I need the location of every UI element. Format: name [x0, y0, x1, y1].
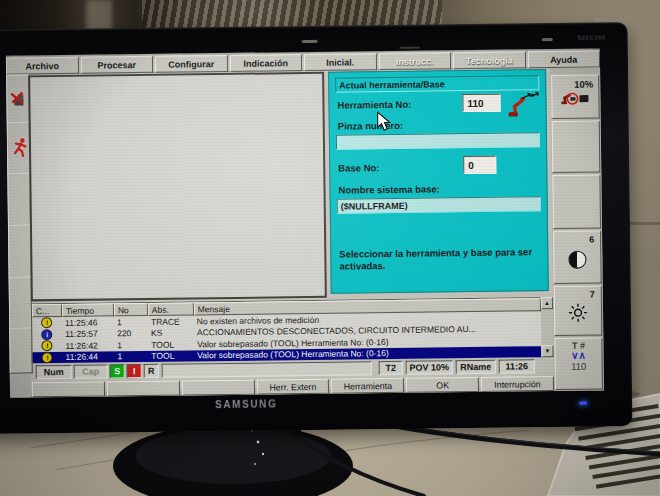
menu-inicial[interactable]: Inicial.	[304, 53, 377, 71]
contrast-key-number: 6	[554, 231, 600, 245]
tool-number-key[interactable]: T # ∨∧ 110	[554, 337, 603, 390]
message-scrollbar: ▲ ▼	[541, 297, 554, 357]
statuskey-blank-2[interactable]	[8, 224, 32, 277]
gripper-no-label: Pinza numero:	[338, 120, 404, 132]
chevron-up-icon: ∧	[579, 350, 586, 361]
brightness-key-number: 7	[555, 286, 601, 300]
right-statuskey-blank-1[interactable]	[552, 120, 601, 173]
right-statuskey-blank-2[interactable]	[552, 174, 601, 229]
info-icon: i	[42, 329, 53, 340]
msg-module: TRACE	[148, 316, 194, 327]
r-status-indicator: R	[144, 364, 159, 378]
base-name-label: Nombre sistema base:	[338, 183, 440, 195]
run-mode-indicator: T2	[379, 361, 403, 375]
override-statuskey[interactable]: 10%	[551, 74, 600, 119]
col-abs: Abs.	[148, 302, 194, 316]
statuskey-blank-1[interactable]	[7, 172, 31, 225]
mouse-cursor	[377, 111, 392, 132]
statuskey-run-button[interactable]	[7, 121, 31, 173]
warning-icon: !	[42, 317, 53, 328]
softkey-herramienta[interactable]: Herramienta	[331, 378, 404, 394]
msg-module: TOOL	[148, 339, 194, 350]
bezel-reflection	[400, 47, 420, 49]
tool-base-dialog: Actual herramienta/Base Herramienta No: …	[328, 69, 549, 294]
menu-procesar[interactable]: Procesar	[80, 56, 153, 74]
msg-no: 1	[114, 351, 148, 361]
tool-key-value: 110	[556, 360, 602, 372]
robot-name-indicator: RName	[456, 360, 496, 374]
override-indicator: POV 10%	[406, 360, 453, 375]
running-man-icon	[9, 137, 27, 157]
brightness-key[interactable]: 7	[554, 285, 603, 336]
override-robot-icon	[558, 90, 592, 106]
chevron-down-icon: ∨	[571, 350, 578, 361]
warning-icon: !	[42, 340, 53, 351]
menu-ayuda[interactable]: Ayuda	[527, 50, 600, 68]
base-no-label: Base No:	[338, 162, 379, 174]
contrast-icon	[568, 251, 586, 269]
dialog-hint-text: Seleccionar la herramienta y base para s…	[339, 246, 537, 272]
scroll-up-button[interactable]: ▲	[541, 297, 553, 309]
msg-time: 11:25:46	[62, 317, 114, 328]
brightness-icon	[568, 303, 588, 323]
s-status-indicator: S	[110, 364, 125, 378]
col-c: C...	[32, 304, 62, 317]
base-name-field: ($NULLFRAME)	[337, 196, 541, 213]
menu-configurar[interactable]: Configurar	[155, 55, 228, 73]
scroll-down-button[interactable]: ▼	[541, 345, 553, 357]
softkey-blank-3[interactable]	[182, 380, 255, 396]
softkey-blank-1[interactable]	[32, 381, 105, 397]
menu-tecnologia[interactable]: Tecnología	[453, 51, 526, 69]
msg-time: 11:26:42	[62, 340, 114, 351]
msg-time: 11:26:44	[62, 352, 114, 363]
i-status-indicator: I	[127, 364, 142, 378]
bezel-reflection	[542, 38, 553, 41]
contrast-key[interactable]: 6	[553, 230, 602, 284]
num-lock-indicator: Num	[36, 365, 72, 379]
clock-indicator: 11:26	[499, 359, 535, 373]
robot-axes-icon	[506, 87, 541, 117]
monitor: S22C150 SAMSUNG Archivo Procesar Configu…	[0, 22, 632, 434]
override-value: 10%	[552, 75, 598, 90]
message-window: C... Tiempo No Abs. Mensaje ! 11:25:46 1…	[31, 297, 542, 363]
msg-module: TOOL	[148, 351, 194, 362]
col-tiempo: Tiempo	[62, 303, 114, 317]
msg-no: 1	[114, 317, 148, 327]
caps-lock-indicator: Cap	[74, 364, 108, 378]
msg-text: Valor sobrepasado (TOOL) Herramienta No:…	[194, 346, 541, 360]
msg-module: KS	[148, 328, 194, 339]
brand-logo: SAMSUNG	[215, 398, 277, 410]
softkey-interrupcion[interactable]: Interrupción	[481, 376, 554, 392]
col-no: No	[114, 303, 148, 316]
warning-icon: !	[42, 352, 53, 363]
gripper-no-input[interactable]	[336, 132, 540, 149]
msg-no: 1	[114, 340, 148, 350]
photo-scene: S22C150 SAMSUNG Archivo Procesar Configu…	[0, 0, 660, 496]
statuskey-robot-button[interactable]	[6, 74, 30, 122]
power-led	[579, 402, 587, 405]
monitor-model-label: S22C150	[577, 34, 606, 40]
robot-icon	[9, 90, 26, 107]
msg-time: 11:25:57	[62, 329, 114, 340]
menu-archivo[interactable]: Archivo	[6, 57, 79, 75]
statuskey-blank-3[interactable]	[9, 276, 33, 328]
menu-instrucc[interactable]: Instrucc.	[378, 52, 451, 70]
left-statuskey-bar	[6, 74, 31, 397]
statuskey-blank-4[interactable]	[9, 327, 33, 373]
program-editor-panel[interactable]	[28, 72, 327, 302]
krc-screen: Archivo Procesar Configurar Indicación I…	[6, 48, 604, 397]
right-statuskey-bar: 10% 6 7	[550, 67, 604, 391]
bezel-reflection	[302, 40, 318, 43]
softkey-herr-extern[interactable]: Herr. Extern	[256, 379, 329, 395]
tool-no-label: Herramienta No:	[337, 99, 411, 111]
tool-no-input[interactable]: 110	[462, 94, 500, 112]
base-no-input[interactable]: 0	[463, 156, 496, 174]
softkey-ok[interactable]: OK	[406, 377, 479, 393]
msg-no: 220	[114, 328, 148, 338]
menu-indicacion[interactable]: Indicación	[229, 54, 302, 72]
softkey-blank-2[interactable]	[107, 381, 180, 397]
status-message-field	[162, 361, 372, 378]
